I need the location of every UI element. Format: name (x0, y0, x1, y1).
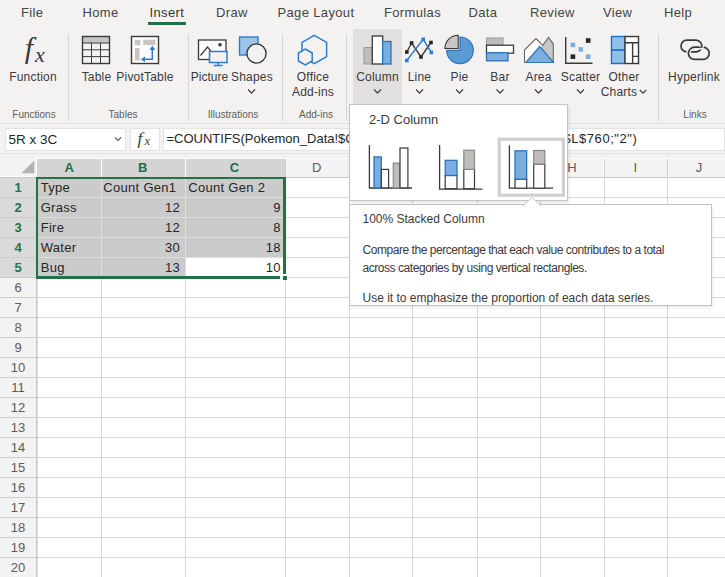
svg-text:x: x (34, 42, 45, 67)
